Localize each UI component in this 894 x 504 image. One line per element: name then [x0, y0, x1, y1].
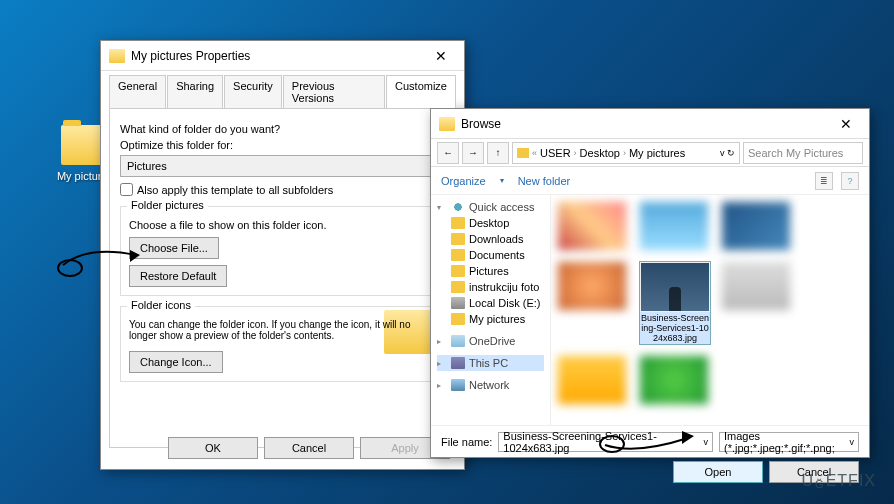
search-input[interactable]: Search My Pictures [743, 142, 863, 164]
file-thumb[interactable] [557, 201, 629, 251]
file-thumb[interactable] [721, 261, 793, 345]
svg-point-1 [600, 436, 624, 452]
optimize-sublabel: Optimize this folder for: [120, 139, 445, 151]
file-thumb-label: Business-Screening-Services1-1024x683.jp… [640, 314, 710, 344]
apply-subfolders-checkbox[interactable] [120, 183, 133, 196]
sidebar-item-localdisk[interactable]: Local Disk (E:) [437, 295, 544, 311]
browse-titlebar: Browse ✕ [431, 109, 869, 139]
file-thumb[interactable] [557, 355, 629, 405]
cancel-button[interactable]: Cancel [264, 437, 354, 459]
new-folder-button[interactable]: New folder [518, 175, 571, 187]
organize-menu[interactable]: Organize [441, 175, 486, 187]
back-button[interactable]: ← [437, 142, 459, 164]
browse-title: Browse [461, 117, 831, 131]
view-icon[interactable]: ≣ [815, 172, 833, 190]
folder-pictures-title: Folder pictures [127, 199, 208, 211]
properties-title: My pictures Properties [131, 49, 426, 63]
folder-pictures-group: Folder pictures Choose a file to show on… [120, 206, 445, 296]
tab-sharing[interactable]: Sharing [167, 75, 223, 108]
breadcrumb-mypictures[interactable]: My pictures [629, 147, 685, 159]
folder-icon [517, 148, 529, 158]
browse-toolbar: Organize▾ New folder ≣ ? [431, 167, 869, 195]
annotation-pointer [600, 420, 700, 462]
properties-titlebar: My pictures Properties ✕ [101, 41, 464, 71]
folder-preview-icon [384, 310, 436, 354]
filetype-value: Images (*.jpg;*.jpeg;*.gif;*.png; [724, 430, 850, 454]
optimize-dropdown[interactable]: Pictures [120, 155, 445, 177]
filetype-dropdown[interactable]: Images (*.jpg;*.jpeg;*.gif;*.png;v [719, 432, 859, 452]
help-icon[interactable]: ? [841, 172, 859, 190]
tab-customize-content: What kind of folder do you want? Optimiz… [109, 108, 456, 448]
file-thumb[interactable] [557, 261, 629, 345]
sidebar-item-documents[interactable]: Documents [437, 247, 544, 263]
sidebar-item-downloads[interactable]: Downloads [437, 231, 544, 247]
file-thumb[interactable] [639, 355, 711, 405]
sidebar-network[interactable]: ▸Network [437, 377, 544, 393]
open-button[interactable]: Open [673, 461, 763, 483]
tab-previous-versions[interactable]: Previous Versions [283, 75, 385, 108]
breadcrumb-user[interactable]: USER [540, 147, 571, 159]
filename-label: File name: [441, 436, 492, 448]
tab-security[interactable]: Security [224, 75, 282, 108]
close-icon[interactable]: ✕ [831, 116, 861, 132]
folder-pictures-desc: Choose a file to show on this folder ico… [129, 219, 436, 231]
properties-dialog: My pictures Properties ✕ General Sharing… [100, 40, 465, 470]
folder-icons-title: Folder icons [127, 299, 195, 311]
change-icon-button[interactable]: Change Icon... [129, 351, 223, 373]
folder-icon [109, 49, 125, 63]
address-bar: ← → ↑ « USER› Desktop› My pictures v ↻ S… [431, 139, 869, 167]
forward-button[interactable]: → [462, 142, 484, 164]
sidebar-item-desktop[interactable]: Desktop [437, 215, 544, 231]
sidebar-item-pictures[interactable]: Pictures [437, 263, 544, 279]
tab-customize[interactable]: Customize [386, 75, 456, 108]
properties-tabs: General Sharing Security Previous Versio… [101, 71, 464, 108]
sidebar-onedrive[interactable]: ▸OneDrive [437, 333, 544, 349]
file-thumb[interactable] [639, 201, 711, 251]
svg-point-0 [58, 260, 82, 276]
tab-general[interactable]: General [109, 75, 166, 108]
file-grid: Business-Screening-Services1-1024x683.jp… [551, 195, 869, 425]
breadcrumb-desktop[interactable]: Desktop [580, 147, 620, 159]
optimize-value: Pictures [127, 160, 167, 172]
annotation-pointer [58, 240, 148, 292]
folder-icons-group: Folder icons You can change the folder i… [120, 306, 445, 382]
apply-subfolders-label: Also apply this template to all subfolde… [137, 184, 333, 196]
sidebar-quick-access[interactable]: ▾Quick access [437, 199, 544, 215]
optimize-label: What kind of folder do you want? [120, 123, 445, 135]
file-thumb-selected[interactable]: Business-Screening-Services1-1024x683.jp… [639, 261, 711, 345]
browse-sidebar: ▾Quick access Desktop Downloads Document… [431, 195, 551, 425]
sidebar-item-mypictures[interactable]: My pictures [437, 311, 544, 327]
sidebar-this-pc[interactable]: ▸This PC [437, 355, 544, 371]
breadcrumb[interactable]: « USER› Desktop› My pictures v ↻ [512, 142, 740, 164]
close-icon[interactable]: ✕ [426, 48, 456, 64]
file-thumb[interactable] [721, 201, 793, 251]
search-placeholder: Search My Pictures [748, 147, 843, 159]
up-button[interactable]: ↑ [487, 142, 509, 164]
ok-button[interactable]: OK [168, 437, 258, 459]
watermark: U⌄GETFIX [802, 472, 876, 490]
sidebar-item-instrukciju[interactable]: instrukciju foto [437, 279, 544, 295]
folder-icon [439, 117, 455, 131]
browse-dialog: Browse ✕ ← → ↑ « USER› Desktop› My pictu… [430, 108, 870, 458]
